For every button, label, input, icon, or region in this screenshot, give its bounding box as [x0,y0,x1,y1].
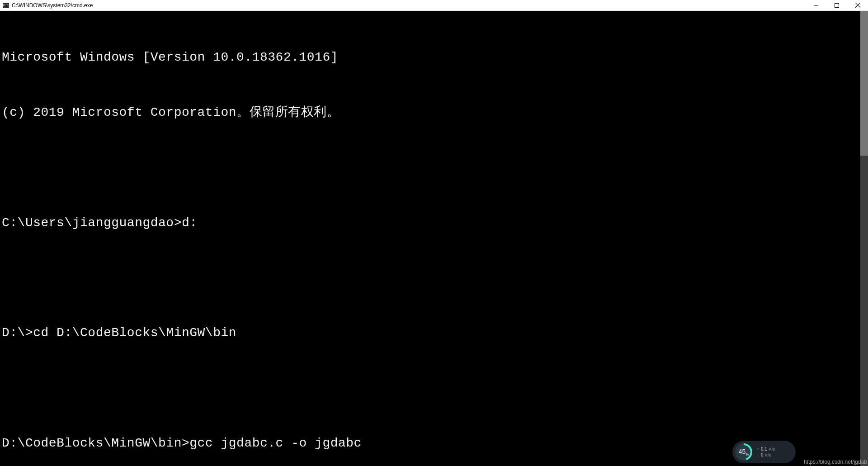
window-controls [806,0,868,10]
gauge-icon: 45% [735,443,752,461]
watermark: https://blog.csdn.net/jgdab [804,459,867,465]
network-widget[interactable]: 45% ↑ 0.1K/s ↓ 0K/s [732,441,796,463]
download-row: ↓ 0K/s [757,452,775,457]
terminal-line: C:\Users\jiangguangdao>d: [2,214,859,233]
terminal-line: D:\>cd D:\CodeBlocks\MinGW\bin [2,324,859,342]
upload-row: ↑ 0.1K/s [757,447,775,452]
arrow-down-icon: ↓ [757,452,759,457]
terminal-line: D:\CodeBlocks\MinGW\bin>gcc jgdabc.c -o … [2,434,859,453]
terminal-line [2,159,859,177]
terminal-line [2,269,859,287]
gauge-percent: 45% [739,448,749,456]
download-unit: K/s [765,453,771,457]
arrow-up-icon: ↑ [757,447,759,452]
terminal-wrap: Microsoft Windows [Version 10.0.18362.10… [0,11,868,466]
maximize-button[interactable] [826,0,847,10]
svg-rect-1 [835,3,839,7]
terminal[interactable]: Microsoft Windows [Version 10.0.18362.10… [0,11,860,466]
titlebar: C:\ C:\WINDOWS\system32\cmd.exe [0,0,868,11]
cmd-icon: C:\ [3,3,9,8]
download-value: 0 [761,452,764,457]
maximize-icon [835,3,839,8]
network-stats: ↑ 0.1K/s ↓ 0K/s [757,447,775,457]
minimize-button[interactable] [806,0,826,10]
titlebar-left: C:\ C:\WINDOWS\system32\cmd.exe [3,2,93,9]
close-button[interactable] [847,0,868,10]
minimize-icon [814,3,818,8]
upload-value: 0.1 [761,447,767,452]
terminal-line [2,379,859,398]
scrollbar-thumb[interactable] [860,11,868,156]
upload-unit: K/s [769,447,775,452]
terminal-line: Microsoft Windows [Version 10.0.18362.10… [2,48,859,67]
scrollbar[interactable] [860,11,868,466]
terminal-line: (c) 2019 Microsoft Corporation。保留所有权利。 [2,104,859,122]
close-icon [855,3,860,8]
window-title: C:\WINDOWS\system32\cmd.exe [12,2,93,9]
